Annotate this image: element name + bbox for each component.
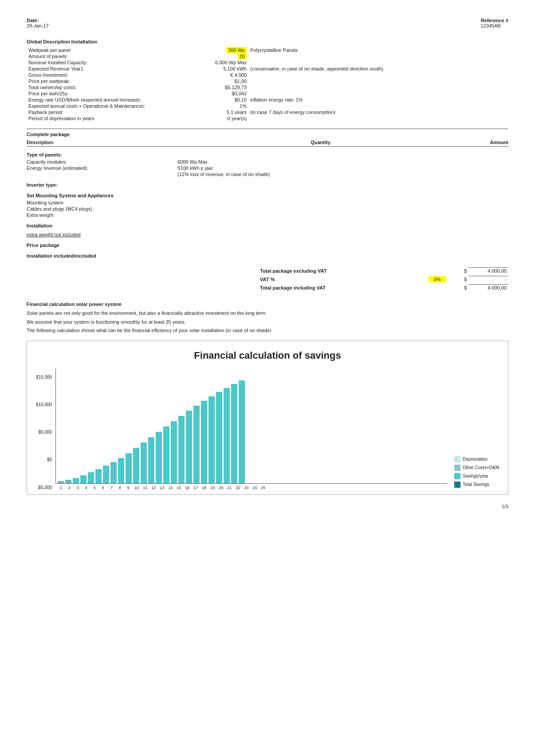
table-row: Expected Revenue Year1 5.100 kWh (conser… [27, 66, 508, 72]
ref-label: Reference # [481, 18, 508, 23]
chart-x-label: 14 [167, 486, 174, 490]
chart-bars [55, 368, 447, 484]
chart-x-label: 13 [158, 486, 165, 490]
chart-bar [239, 380, 245, 483]
total-incl-value: 4.000,00 [468, 284, 508, 291]
chart-bar-group [73, 368, 79, 483]
chart-title: Financial calculation of savings [36, 350, 499, 361]
chart-y-axis: $15,000 $10,000 $5,000 $0 -$5,000 [36, 375, 52, 490]
row-extra: (conservative, in case of no shade, appo… [248, 66, 508, 72]
list-item: Energy revenue (estimated): 5100 kWh p j… [27, 165, 508, 171]
chart-bar [95, 469, 102, 483]
financial-line-3: The following calculation shows what can… [27, 327, 508, 334]
row-label: Energy rate USD/$/kwh (expected annual i… [27, 97, 177, 103]
chart-x-labels: 1234567891011121314151617181920212223242… [55, 486, 447, 490]
date-value: 28-Jan-17 [27, 23, 49, 28]
list-item: (12% loss of revenue, in case of no shad… [27, 172, 508, 177]
chart-x-label: 20 [217, 486, 224, 490]
chart-bar-group [103, 368, 109, 483]
chart-bar [110, 462, 117, 483]
row-value: $1,00 [177, 78, 248, 84]
row-label: Payback period: [27, 109, 177, 115]
chart-bar-group [141, 368, 147, 483]
legend-label-depreciation: Depreciation [463, 457, 488, 462]
row-label: Gross Investment: [27, 72, 177, 78]
row-value: $0,15 [177, 97, 248, 103]
row-extra: Polycrystalline Panels [248, 47, 508, 53]
table-row: Expected annual costs + Operational & Ma… [27, 103, 508, 109]
row-extra [248, 115, 508, 121]
row-value: 6.000 Wp Max [177, 59, 248, 66]
table-row: Price per wattpeak: $1,00 [27, 78, 508, 84]
row-label: Nominal Installed Capacity: [27, 59, 177, 66]
vat-qty: 0% [375, 277, 446, 282]
legend-label-total-savings: Total Savings [463, 482, 489, 487]
row-label: Total ownership costs: [27, 84, 177, 90]
row-label: Period of depreciation in years [27, 115, 177, 121]
chart-x-label: 9 [125, 486, 132, 490]
chart-bar [88, 472, 94, 483]
legend-color-total-savings [454, 482, 460, 488]
col-quantity-header: Quantity [311, 140, 330, 145]
chart-bar [171, 421, 177, 483]
chart-bar-group [65, 368, 71, 483]
chart-x-label: 19 [209, 486, 216, 490]
chart-bar-group [88, 368, 94, 483]
row-extra: (in case 7 days of energy consumption) [248, 109, 508, 115]
financial-title: Financial calculation solar power system [27, 302, 508, 307]
row-extra [248, 53, 508, 59]
chart-x-label: 21 [226, 486, 233, 490]
reference-section: Reference # 12345AB [481, 18, 508, 28]
row-extra [248, 78, 508, 84]
financial-line-2: We assume that your system is functionin… [27, 318, 508, 326]
chart-x-label: 6 [99, 486, 106, 490]
chart-x-label: 24 [251, 486, 258, 490]
chart-bar-group [126, 368, 132, 483]
legend-color-other-costs [454, 465, 460, 471]
list-item: Cables and plugs (MC4 plugs) [27, 206, 508, 212]
chart-bar [73, 478, 79, 483]
section-divider [27, 129, 508, 129]
row-value: 1% [177, 103, 248, 109]
chart-x-label: 12 [150, 486, 157, 490]
chart-bar [103, 466, 109, 483]
table-row: Amount of panels: 20 [27, 53, 508, 59]
chart-bar-group [178, 368, 185, 483]
vat-label: VAT % [260, 277, 375, 282]
table-row: Period of depreciation in years 0 year(s… [27, 115, 508, 121]
total-excl-amount: $ 4.000,00 [446, 267, 508, 274]
total-incl-label: Total package including VAT [260, 285, 375, 290]
row-value: $5.129,73 [177, 84, 248, 90]
price-package-label: Price package [27, 243, 508, 248]
total-excl-label: Total package excluding VAT [260, 268, 375, 274]
extra-weight-note: extra weight not included [27, 232, 81, 237]
chart-area: $15,000 $10,000 $5,000 $0 -$5,000 123456… [36, 368, 499, 490]
chart-x-label: 8 [116, 486, 123, 490]
chart-bar-group [156, 368, 162, 483]
package-table-header: Description Quantity Amount [27, 140, 508, 147]
row-label: Expected Revenue Year1 [27, 66, 177, 72]
chart-bar [163, 427, 169, 483]
total-row-including-vat: Total package including VAT $ 4.000,00 [27, 284, 508, 291]
chart-bar [141, 443, 147, 483]
financial-section: Financial calculation solar power system… [27, 302, 508, 495]
row-extra [248, 59, 508, 66]
chart-bar [186, 411, 192, 483]
document-header: Date: 28-Jan-17 Reference # 12345AB [27, 18, 508, 28]
chart-bar-group [133, 368, 139, 483]
chart-bar [118, 458, 124, 483]
chart-bar [80, 475, 87, 483]
row-extra [248, 103, 508, 109]
table-row: Total ownership costs: $5.129,73 [27, 84, 508, 90]
row-value: 5,1 years [177, 109, 248, 115]
chart-bar-group [239, 368, 245, 483]
row-extra [248, 72, 508, 78]
section-installation: Installation [27, 223, 508, 228]
row-value: € 4.000 [177, 72, 248, 78]
chart-bar [224, 388, 230, 483]
complete-package-title: Complete package [27, 132, 508, 137]
legend-label-other-costs: Other Costs+O&M [463, 465, 499, 470]
chart-bar-group [80, 368, 87, 483]
total-incl-amount: $ 4.000,00 [446, 284, 508, 291]
section-inverter-type: Inverter type: [27, 182, 508, 188]
